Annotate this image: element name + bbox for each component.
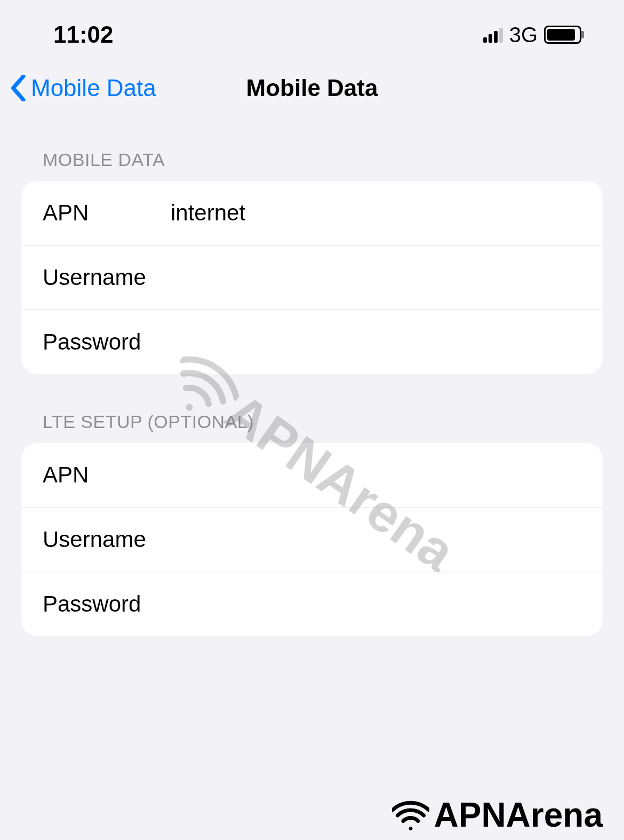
password-input[interactable] [171,591,581,617]
network-type: 3G [509,23,538,47]
row-username[interactable]: Username [21,245,603,310]
apn-input[interactable] [171,462,581,488]
section-mobile-data: MOBILE DATA APN Username Password [21,149,603,374]
row-apn[interactable]: APN [21,181,603,245]
wifi-icon [392,801,429,830]
back-label: Mobile Data [31,75,156,101]
watermark-bottom: APNArena [392,795,603,835]
status-time: 11:02 [53,21,114,48]
watermark-text: APNArena [434,795,603,835]
section-group: APN Username Password [21,443,603,636]
username-input[interactable] [171,265,581,290]
back-button[interactable]: Mobile Data [11,75,156,101]
nav-title: Mobile Data [246,75,378,101]
content: MOBILE DATA APN Username Password LTE SE… [0,123,624,636]
status-bar: 11:02 3G [0,0,624,59]
row-label: Password [43,329,171,355]
nav-bar: Mobile Data Mobile Data [0,59,624,123]
row-password[interactable]: Password [21,310,603,374]
section-group: APN Username Password [21,181,603,374]
status-right: 3G [483,23,581,47]
row-apn[interactable]: APN [21,443,603,508]
signal-bars-icon [483,27,503,43]
section-header: MOBILE DATA [21,149,603,181]
row-label: APN [43,200,171,226]
row-label: APN [43,462,171,488]
row-label: Username [43,527,171,552]
row-password[interactable]: Password [21,572,603,636]
apn-input[interactable] [171,200,581,226]
battery-icon [544,26,581,44]
row-username[interactable]: Username [21,508,603,572]
section-lte-setup: LTE SETUP (OPTIONAL) APN Username Passwo… [21,411,603,636]
password-input[interactable] [171,329,581,355]
row-label: Username [43,265,171,290]
row-label: Password [43,591,171,617]
chevron-left-icon [11,75,27,101]
username-input[interactable] [171,527,581,552]
section-header: LTE SETUP (OPTIONAL) [21,411,603,443]
